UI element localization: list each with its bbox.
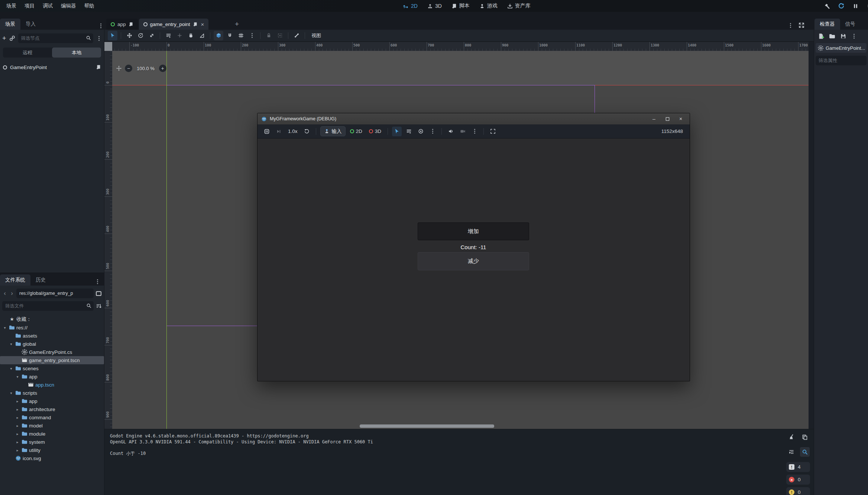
- count-badge[interactable]: ! 0: [786, 487, 810, 495]
- scene-tree-root-node[interactable]: GameEntryPoint: [0, 63, 104, 72]
- grid-snap-button[interactable]: [236, 31, 246, 40]
- file-tree-row[interactable]: ★ GameEntryPoint.cs: [0, 348, 104, 356]
- open-script-icon[interactable]: [96, 65, 101, 70]
- select-2d-node-button[interactable]: 2D: [348, 128, 365, 134]
- window-close-button[interactable]: ×: [676, 115, 686, 123]
- workspace-button[interactable]: 游戏: [479, 3, 498, 9]
- file-tree-row[interactable]: ★ system: [0, 438, 104, 446]
- tab-import[interactable]: 导入: [20, 19, 41, 30]
- camera-options-button[interactable]: [470, 127, 479, 136]
- workspace-button[interactable]: 脚本: [451, 3, 470, 9]
- scene-tabs-menu-button[interactable]: [788, 25, 793, 26]
- file-tree-row[interactable]: ★ scenes: [0, 364, 104, 372]
- tree-expand-arrow[interactable]: [9, 342, 14, 346]
- stop-button[interactable]: [865, 1, 868, 10]
- suspend-game-button[interactable]: [262, 127, 272, 136]
- ruler-corner[interactable]: [104, 42, 112, 51]
- camera-override-button[interactable]: [458, 127, 467, 136]
- filter-nodes-input[interactable]: [18, 33, 93, 43]
- game-window-titlebar[interactable]: MyGFrameworkGame (DEBUG) – ×: [258, 113, 690, 124]
- window-minimize-button[interactable]: –: [649, 115, 659, 123]
- selection-options-button[interactable]: [428, 127, 437, 136]
- tree-expand-arrow[interactable]: [15, 375, 20, 379]
- file-tree-row[interactable]: ★ module: [0, 430, 104, 438]
- tree-expand-arrow[interactable]: [15, 407, 20, 411]
- add-node-button[interactable]: +: [2, 35, 6, 42]
- tab-inspector[interactable]: 检查器: [814, 19, 840, 30]
- menu-item[interactable]: 调试: [39, 1, 57, 11]
- view-menu-button[interactable]: 视图: [308, 32, 324, 39]
- select-mode-button[interactable]: [108, 31, 117, 40]
- game-select-mode-button[interactable]: [392, 127, 402, 136]
- tab-signals[interactable]: 信号: [840, 19, 861, 30]
- select-list-button[interactable]: [163, 31, 173, 40]
- rotate-mode-button[interactable]: [136, 31, 145, 40]
- decrease-button[interactable]: 减少: [418, 252, 529, 270]
- scene-tree-menu-button[interactable]: [96, 38, 102, 39]
- nav-forward-button[interactable]: ›: [9, 290, 14, 297]
- dock-menu-button[interactable]: [98, 25, 104, 26]
- filter-properties-input[interactable]: [816, 56, 867, 65]
- skeleton-button[interactable]: [292, 31, 301, 40]
- workspace-button[interactable]: 2D: [403, 3, 418, 9]
- file-tree-row[interactable]: ★ res://: [0, 323, 104, 332]
- filesystem-menu-button[interactable]: [95, 281, 100, 282]
- tree-expand-arrow[interactable]: [15, 399, 20, 403]
- pause-button[interactable]: [851, 1, 860, 10]
- input-mode-button[interactable]: 输入: [320, 126, 346, 136]
- script-icon[interactable]: [129, 22, 133, 27]
- collapse-messages-button[interactable]: [787, 447, 796, 457]
- sort-files-icon[interactable]: [96, 303, 102, 309]
- game-window[interactable]: MyGFrameworkGame (DEBUG) – × 1.0x: [257, 113, 690, 381]
- scene-tab[interactable]: game_entry_point ×: [139, 19, 209, 30]
- reload-scene-button[interactable]: [837, 1, 846, 10]
- zoom-out-button[interactable]: −: [125, 65, 132, 72]
- file-tree-row[interactable]: ★ scripts: [0, 389, 104, 397]
- inspector-menu-button[interactable]: [851, 36, 857, 37]
- canvas-area[interactable]: − 100.0 % + MyGFrameworkGame (DEBUG) – ×…: [112, 51, 809, 429]
- tab-filesystem[interactable]: 文件系统: [0, 274, 30, 286]
- file-tree-row[interactable]: ★ app.tscn: [0, 381, 104, 389]
- tab-history[interactable]: 历史: [30, 274, 51, 286]
- increase-button[interactable]: 增加: [418, 222, 529, 240]
- pan-mode-button[interactable]: [186, 31, 195, 40]
- left-dock-divider[interactable]: [104, 30, 104, 495]
- grid-snap-magnet-button[interactable]: [225, 31, 234, 40]
- inspected-object-row[interactable]: GameEntryPoint...: [816, 43, 867, 53]
- horizontal-scrollbar[interactable]: [360, 424, 494, 428]
- workspace-button[interactable]: 3D: [427, 3, 442, 9]
- file-tree-row[interactable]: ★ global: [0, 340, 104, 348]
- reset-speed-button[interactable]: [302, 127, 312, 136]
- save-icon[interactable]: [840, 33, 846, 39]
- new-resource-icon[interactable]: [818, 33, 824, 39]
- window-maximize-button[interactable]: [662, 115, 673, 123]
- close-tab-icon[interactable]: ×: [200, 21, 204, 27]
- tree-expand-arrow[interactable]: [9, 367, 14, 371]
- audio-mute-button[interactable]: [446, 127, 456, 136]
- center-view-icon[interactable]: [116, 65, 122, 71]
- workspace-button[interactable]: 资产库: [507, 3, 531, 9]
- next-frame-button[interactable]: [274, 127, 284, 136]
- zoom-in-button[interactable]: +: [159, 65, 166, 72]
- menu-item[interactable]: 编辑器: [57, 1, 80, 11]
- menu-item[interactable]: 项目: [20, 1, 39, 11]
- copy-output-button[interactable]: [800, 432, 810, 442]
- tree-expand-arrow[interactable]: [2, 326, 7, 330]
- new-scene-tab-button[interactable]: +: [231, 19, 243, 30]
- remote-button[interactable]: 远程: [3, 48, 52, 58]
- select-3d-node-button[interactable]: 3D: [367, 128, 383, 134]
- group-button[interactable]: [275, 31, 285, 40]
- nav-back-button[interactable]: ‹: [2, 290, 7, 297]
- file-tree-row[interactable]: ★ icon.svg: [0, 454, 104, 462]
- split-view-icon[interactable]: [95, 290, 102, 297]
- load-resource-icon[interactable]: [829, 33, 835, 39]
- search-output-button[interactable]: [800, 447, 810, 457]
- tree-expand-arrow[interactable]: [9, 391, 14, 395]
- local-button[interactable]: 本地: [52, 48, 101, 58]
- position-snap-button[interactable]: [175, 31, 184, 40]
- build-button[interactable]: [823, 1, 832, 10]
- scale-mode-button[interactable]: [147, 31, 156, 40]
- count-badge[interactable]: × 0: [786, 475, 810, 485]
- menu-item[interactable]: 帮助: [80, 1, 98, 11]
- expand-viewport-button[interactable]: [799, 22, 804, 28]
